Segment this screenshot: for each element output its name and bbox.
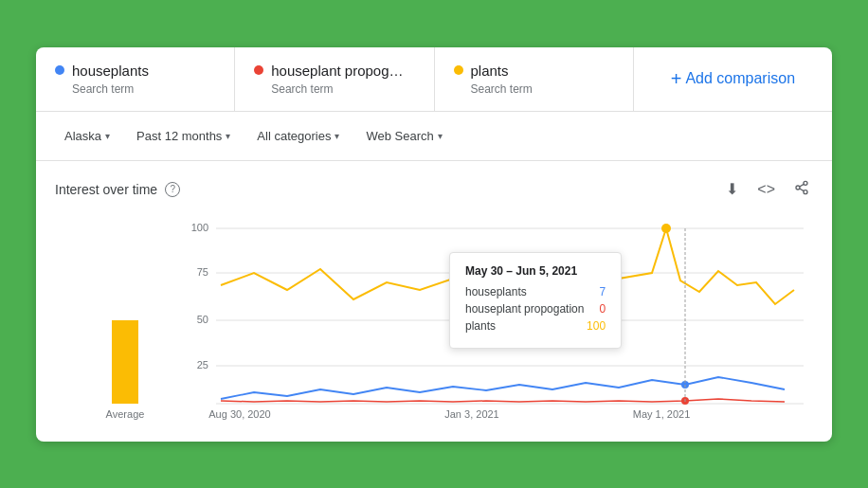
tooltip-value-houseplants: 7 xyxy=(599,285,606,298)
y-label-100: 100 xyxy=(191,222,208,233)
info-icon[interactable]: ? xyxy=(165,182,180,197)
search-term-houseplants[interactable]: houseplants Search term xyxy=(36,47,235,111)
average-bar xyxy=(112,320,138,404)
tooltip-value-propog: 0 xyxy=(599,302,606,316)
peak-dot-plants xyxy=(661,224,671,233)
x-label-may: May 1, 2021 xyxy=(633,408,691,420)
search-term-plants[interactable]: plants Search term xyxy=(435,47,634,111)
chevron-region-icon: ▾ xyxy=(105,131,110,141)
chart-tooltip: May 30 – Jun 5, 2021 houseplants 7 house… xyxy=(449,252,622,349)
tooltip-date: May 30 – Jun 5, 2021 xyxy=(465,264,606,278)
search-term-propog[interactable]: houseplant propog… Search term xyxy=(235,47,434,111)
chart-area: Interest over time ? ⬇ <> 100 75 xyxy=(36,161,832,442)
chart-action-icons: ⬇ <> xyxy=(722,176,813,203)
tooltip-row-plants: plants 100 xyxy=(465,319,606,333)
y-label-50: 50 xyxy=(197,314,208,325)
tooltip-row-propog: houseplant propogation 0 xyxy=(465,302,606,316)
filter-time-label: Past 12 months xyxy=(136,129,222,143)
chart-container: 100 75 50 25 Average Aug 30, 2020 Jan 3,… xyxy=(55,214,813,426)
chart-title-group: Interest over time ? xyxy=(55,182,180,197)
tooltip-label-houseplants: houseplants xyxy=(465,285,527,298)
add-plus-icon: + xyxy=(671,68,682,90)
line-propog xyxy=(221,399,785,402)
term-label-propog: houseplant propog… xyxy=(271,63,403,79)
filter-category-label: All categories xyxy=(257,129,331,143)
chart-title-text: Interest over time xyxy=(55,182,157,197)
chevron-search-type-icon: ▾ xyxy=(438,131,443,141)
tooltip-row-houseplants: houseplants 7 xyxy=(465,285,606,298)
add-comparison-label: Add comparison xyxy=(685,70,795,87)
filter-category[interactable]: All categories ▾ xyxy=(247,123,349,149)
term-sub-propog: Search term xyxy=(254,82,414,96)
svg-point-2 xyxy=(804,190,807,193)
download-button[interactable]: ⬇ xyxy=(722,176,742,202)
dot-propog xyxy=(254,65,263,75)
svg-point-0 xyxy=(804,181,807,185)
chart-header: Interest over time ? ⬇ <> xyxy=(55,176,813,203)
x-label-aug: Aug 30, 2020 xyxy=(208,408,270,420)
tooltip-label-plants: plants xyxy=(465,319,496,333)
svg-point-1 xyxy=(796,186,800,190)
embed-button[interactable]: <> xyxy=(753,177,779,202)
add-comparison-button[interactable]: + Add comparison xyxy=(634,47,832,111)
dot-houseplants xyxy=(55,65,64,75)
term-label-houseplants: houseplants xyxy=(72,63,149,79)
term-sub-houseplants: Search term xyxy=(55,82,215,96)
filter-region[interactable]: Alaska ▾ xyxy=(55,123,119,149)
filter-search-type-label: Web Search xyxy=(366,129,433,143)
svg-line-3 xyxy=(800,189,805,191)
filters-row: Alaska ▾ Past 12 months ▾ All categories… xyxy=(36,112,832,161)
chart-svg: 100 75 50 25 Average Aug 30, 2020 Jan 3,… xyxy=(55,214,813,423)
chevron-time-icon: ▾ xyxy=(226,131,230,141)
tooltip-value-plants: 100 xyxy=(587,319,606,333)
term-label-plants: plants xyxy=(471,63,509,79)
share-button[interactable] xyxy=(790,176,813,203)
tooltip-label-propog: houseplant propogation xyxy=(465,302,584,316)
dot-plants xyxy=(454,65,463,75)
x-label-jan: Jan 3, 2021 xyxy=(444,408,499,420)
filter-search-type[interactable]: Web Search ▾ xyxy=(356,123,451,149)
filter-time[interactable]: Past 12 months ▾ xyxy=(127,123,240,149)
y-label-75: 75 xyxy=(197,266,208,278)
filter-region-label: Alaska xyxy=(64,129,101,143)
svg-line-4 xyxy=(800,184,805,187)
line-houseplants xyxy=(221,377,785,399)
y-label-25: 25 xyxy=(197,359,208,371)
term-sub-plants: Search term xyxy=(454,82,614,96)
main-card: houseplants Search term houseplant propo… xyxy=(36,47,832,442)
chevron-category-icon: ▾ xyxy=(335,131,339,141)
search-terms-row: houseplants Search term houseplant propo… xyxy=(36,47,832,112)
average-label: Average xyxy=(106,408,145,420)
